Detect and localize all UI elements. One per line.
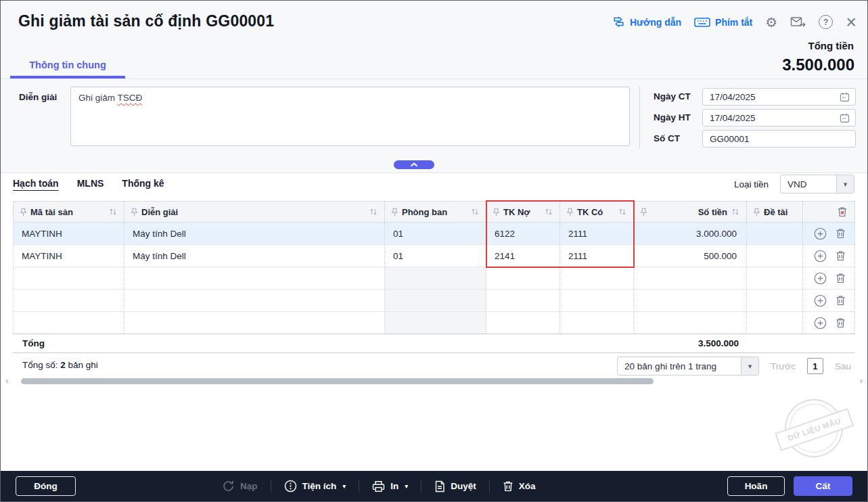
- cell-de-tai[interactable]: [747, 223, 803, 244]
- prev-page-button[interactable]: Trước: [771, 361, 796, 371]
- col-header-ma-tai-san[interactable]: Mã tài sản: [13, 202, 124, 222]
- add-row-icon[interactable]: [814, 317, 827, 329]
- delete-all-icon[interactable]: [837, 206, 848, 217]
- delete-button[interactable]: Xóa: [503, 480, 536, 492]
- cell-dien-giai[interactable]: Máy tính Dell: [124, 245, 385, 267]
- cell-empty[interactable]: [634, 267, 747, 289]
- table-row[interactable]: MAYTINH Máy tính Dell 01 6122 2111 3.000…: [13, 223, 855, 245]
- page-size-select[interactable]: 20 bản ghi trên 1 trang ▾: [617, 357, 759, 375]
- add-row-icon[interactable]: [814, 294, 827, 307]
- scroll-left-icon[interactable]: ‹: [5, 377, 8, 385]
- table-row-empty[interactable]: [13, 267, 855, 290]
- col-header-de-tai[interactable]: Đề tài: [747, 202, 803, 222]
- cell-empty[interactable]: [634, 312, 747, 334]
- cell-ma-tai-san[interactable]: MAYTINH: [13, 223, 124, 244]
- pin-icon[interactable]: [754, 208, 760, 216]
- cell-empty[interactable]: [385, 267, 486, 289]
- cell-so-tien[interactable]: 3.000.000: [634, 223, 747, 244]
- delete-row-icon[interactable]: [836, 317, 846, 328]
- cell-empty[interactable]: [634, 290, 747, 311]
- col-header-tk-co[interactable]: TK Có: [560, 202, 634, 222]
- scrollbar-thumb[interactable]: [21, 378, 654, 384]
- scroll-right-icon[interactable]: ›: [860, 377, 863, 385]
- postpone-button[interactable]: Hoãn: [727, 476, 785, 496]
- cell-empty[interactable]: [747, 267, 803, 289]
- calendar-icon[interactable]: [840, 113, 850, 123]
- cell-tk-no[interactable]: 6122: [486, 223, 560, 244]
- cell-phong-ban[interactable]: 01: [385, 223, 486, 244]
- sort-icon[interactable]: [369, 208, 378, 216]
- cell-empty[interactable]: [124, 267, 385, 289]
- close-button[interactable]: ×: [846, 16, 856, 29]
- col-header-phong-ban[interactable]: Phòng ban: [385, 202, 486, 222]
- add-row-icon[interactable]: [814, 272, 827, 285]
- date-ct-field[interactable]: 17/04/2025: [702, 88, 856, 106]
- pin-icon[interactable]: [20, 208, 26, 216]
- save-button[interactable]: Cất: [794, 476, 852, 496]
- delete-row-icon[interactable]: [836, 295, 846, 306]
- pin-icon[interactable]: [567, 208, 573, 216]
- cell-tk-no[interactable]: 2141: [486, 245, 560, 267]
- next-page-button[interactable]: Sau: [835, 361, 851, 371]
- cell-empty[interactable]: [560, 312, 634, 334]
- feedback-button[interactable]: [790, 16, 806, 28]
- cell-empty[interactable]: [560, 290, 634, 311]
- cell-de-tai[interactable]: [747, 245, 803, 267]
- col-header-tk-no[interactable]: TK Nợ: [486, 202, 560, 222]
- add-row-icon[interactable]: [814, 227, 827, 240]
- settings-button[interactable]: ⚙: [765, 16, 777, 29]
- help-button[interactable]: ?: [819, 15, 833, 29]
- pin-icon[interactable]: [493, 208, 499, 216]
- tab-mlns[interactable]: MLNS: [77, 178, 104, 189]
- tab-general-info[interactable]: Thông tin chung: [10, 60, 125, 70]
- cell-empty[interactable]: [13, 267, 124, 289]
- cell-phong-ban[interactable]: 01: [385, 245, 486, 267]
- calendar-icon[interactable]: [840, 92, 850, 102]
- cell-ma-tai-san[interactable]: MAYTINH: [13, 245, 124, 267]
- doc-no-field[interactable]: GG00001: [702, 130, 856, 147]
- table-row-empty[interactable]: [13, 312, 855, 334]
- guide-link[interactable]: Hướng dẫn: [612, 16, 681, 28]
- tab-hach-toan[interactable]: Hạch toán: [13, 178, 59, 189]
- cell-empty[interactable]: [486, 267, 560, 289]
- delete-row-icon[interactable]: [836, 250, 846, 261]
- sort-icon[interactable]: [471, 208, 479, 216]
- cell-empty[interactable]: [747, 290, 803, 311]
- cell-tk-co[interactable]: 2111: [560, 223, 634, 244]
- tab-thong-ke[interactable]: Thống kê: [122, 178, 164, 189]
- cell-empty[interactable]: [385, 312, 486, 334]
- horizontal-scrollbar[interactable]: ‹ ›: [1, 378, 867, 386]
- print-button[interactable]: In ▾: [372, 480, 408, 493]
- sort-icon[interactable]: [545, 208, 553, 216]
- approve-button[interactable]: Duyệt: [434, 480, 476, 493]
- cell-empty[interactable]: [124, 312, 385, 334]
- reload-button[interactable]: Nạp: [222, 480, 258, 493]
- cell-empty[interactable]: [124, 290, 385, 311]
- close-form-button[interactable]: Đóng: [16, 476, 76, 496]
- table-row[interactable]: MAYTINH Máy tính Dell 01 2141 2111 500.0…: [13, 245, 855, 267]
- table-row-empty[interactable]: [13, 290, 855, 312]
- shortcut-link[interactable]: Phím tắt: [694, 17, 752, 28]
- cell-so-tien[interactable]: 500.000: [634, 245, 747, 267]
- utilities-button[interactable]: Tiện ích ▾: [284, 480, 346, 493]
- cell-empty[interactable]: [486, 312, 560, 334]
- col-header-dien-giai[interactable]: Diễn giải: [124, 202, 385, 222]
- delete-row-icon[interactable]: [836, 273, 846, 283]
- cell-empty[interactable]: [747, 312, 803, 334]
- cell-empty[interactable]: [560, 267, 634, 289]
- date-ht-field[interactable]: 17/04/2025: [702, 109, 856, 127]
- pin-icon[interactable]: [131, 208, 137, 216]
- cell-empty[interactable]: [13, 312, 124, 334]
- pin-icon[interactable]: [641, 208, 647, 216]
- cell-tk-co[interactable]: 2111: [560, 245, 634, 267]
- delete-row-icon[interactable]: [836, 228, 846, 239]
- add-row-icon[interactable]: [814, 250, 827, 263]
- col-header-so-tien[interactable]: Số tiền: [634, 202, 747, 222]
- cell-empty[interactable]: [385, 290, 486, 311]
- sort-icon[interactable]: [109, 208, 117, 216]
- sort-icon[interactable]: [731, 208, 739, 216]
- cell-dien-giai[interactable]: Máy tính Dell: [124, 223, 385, 244]
- sort-icon[interactable]: [618, 208, 626, 216]
- page-number-input[interactable]: 1: [807, 358, 823, 374]
- collapse-form-button[interactable]: [394, 160, 434, 169]
